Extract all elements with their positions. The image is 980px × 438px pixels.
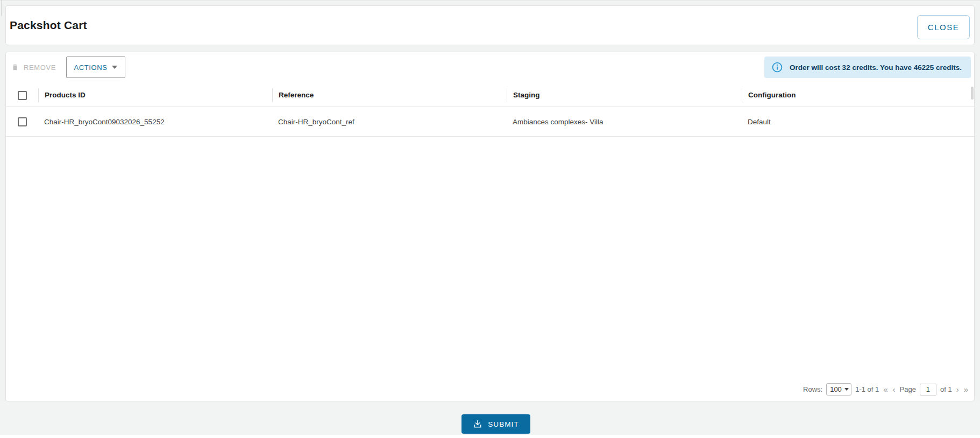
cell-configuration: Default [742,118,974,126]
column-header-staging: Staging [507,88,742,102]
credits-info-banner: Order will cost 32 credits. You have 462… [764,56,971,78]
next-page-icon[interactable]: › [956,385,960,393]
column-header-reference: Reference [272,88,507,102]
actions-button-label: ACTIONS [74,63,107,72]
page-title: Packshot Cart [10,19,87,32]
chevron-down-icon [112,66,117,69]
header-card: Packshot Cart CLOSE [5,5,975,45]
row-range-text: 1-1 of 1 [855,385,879,393]
table-header-row: Products ID Reference Staging Configurat… [6,84,974,107]
actions-dropdown-button[interactable]: ACTIONS [66,56,125,78]
left-edge-line [1,0,2,16]
submit-button[interactable]: SUBMIT [461,414,530,434]
page-number-input[interactable] [920,384,936,395]
footer-bar: SUBMIT [0,401,980,435]
pagination-bar: Rows: 100 1-1 of 1 « ‹ Page of 1 › » [803,383,969,395]
table-row[interactable]: Chair-HR_bryoCont09032026_55252 Chair-HR… [6,107,974,137]
download-icon [473,419,482,429]
cell-staging: Ambiances complexes- Villa [507,118,742,126]
page-label: Page [900,385,916,393]
select-all-checkbox[interactable] [18,91,27,100]
toolbar: REMOVE ACTIONS Order will cost 32 credit… [6,55,971,79]
close-button[interactable]: CLOSE [917,15,970,39]
column-header-configuration: Configuration [742,88,974,102]
select-all-cell [6,84,38,107]
trash-icon [11,63,19,72]
last-page-icon[interactable]: » [963,385,969,393]
vertical-scrollbar-thumb[interactable] [971,87,974,100]
first-page-icon[interactable]: « [883,385,888,393]
rows-per-page-label: Rows: [803,385,822,393]
rows-per-page-select[interactable]: 100 [826,383,851,395]
cart-panel: REMOVE ACTIONS Order will cost 32 credit… [5,52,975,401]
info-icon [772,62,783,73]
previous-page-icon[interactable]: ‹ [892,385,896,393]
credits-banner-text: Order will cost 32 credits. You have 462… [790,63,962,72]
rows-per-page-select-wrap: 100 [826,383,851,395]
column-header-products-id: Products ID [38,88,272,102]
remove-button[interactable]: REMOVE [11,63,56,72]
row-checkbox[interactable] [18,117,27,126]
page-count-text: of 1 [940,385,952,393]
remove-button-label: REMOVE [24,63,56,72]
row-checkbox-cell [6,107,38,136]
cell-reference: Chair-HR_bryoCont_ref [272,118,507,126]
submit-button-label: SUBMIT [488,420,519,428]
cell-products-id: Chair-HR_bryoCont09032026_55252 [38,118,272,126]
